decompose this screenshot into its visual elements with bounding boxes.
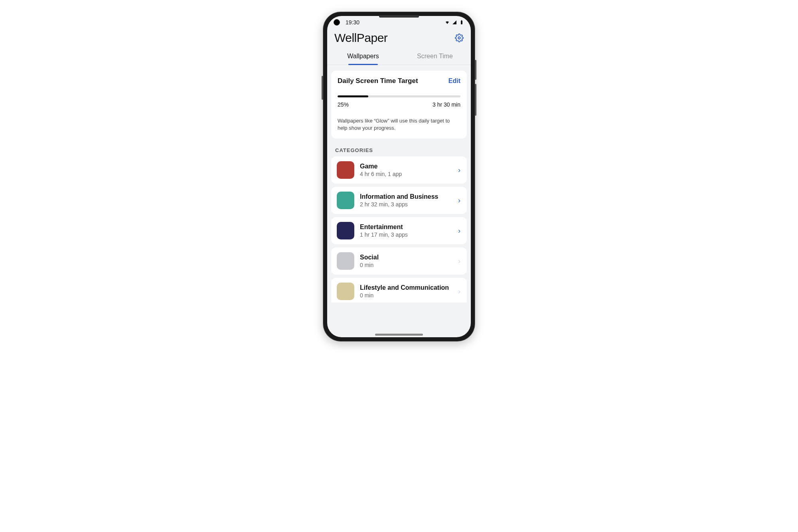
chevron-right-icon: ›	[457, 287, 461, 296]
category-color-swatch	[337, 283, 354, 300]
tab-label: Screen Time	[417, 53, 453, 59]
category-name: Entertainment	[360, 223, 457, 231]
category-subtext: 4 hr 6 min, 1 app	[360, 171, 457, 177]
category-name: Information and Business	[360, 193, 457, 200]
category-name: Game	[360, 163, 457, 170]
side-button	[475, 84, 476, 116]
category-subtext: 0 min	[360, 262, 457, 268]
svg-rect-1	[461, 20, 462, 21]
tab-label: Wallpapers	[347, 53, 379, 59]
camera-hole	[334, 19, 340, 26]
chevron-right-icon: ›	[457, 227, 461, 235]
gear-icon	[455, 34, 464, 42]
svg-rect-0	[461, 21, 462, 24]
cell-signal-icon	[452, 20, 457, 25]
categories-header: CATEGORIES	[335, 147, 463, 153]
tab-screen-time[interactable]: Screen Time	[399, 49, 471, 65]
category-subtext: 2 hr 32 min, 3 apps	[360, 201, 457, 208]
phone-frame: 19:30 WellPaper Wallpapers Screen Time	[323, 12, 475, 341]
category-row-lifestyle-communication[interactable]: Lifestyle and Communication 0 min ›	[331, 278, 467, 303]
daily-target-card: Daily Screen Time Target Edit 25% 3 hr 3…	[331, 71, 467, 138]
progress-duration-label: 3 hr 30 min	[433, 101, 460, 108]
content-scroll[interactable]: Daily Screen Time Target Edit 25% 3 hr 3…	[327, 65, 471, 337]
category-color-swatch	[337, 222, 354, 239]
edit-button[interactable]: Edit	[448, 77, 460, 85]
home-indicator[interactable]	[375, 334, 423, 336]
side-button	[322, 76, 323, 100]
category-name: Social	[360, 254, 457, 261]
category-row-information-business[interactable]: Information and Business 2 hr 32 min, 3 …	[331, 187, 467, 214]
category-row-social[interactable]: Social 0 min ›	[331, 247, 467, 275]
category-name: Lifestyle and Communication	[360, 284, 457, 291]
progress-fill	[338, 95, 368, 97]
category-row-game[interactable]: Game 4 hr 6 min, 1 app ›	[331, 156, 467, 184]
status-bar: 19:30	[327, 16, 471, 29]
app-header: WellPaper	[327, 29, 471, 45]
category-subtext: 1 hr 17 min, 3 apps	[360, 231, 457, 238]
chevron-right-icon: ›	[457, 166, 461, 174]
chevron-right-icon: ›	[457, 257, 461, 265]
app-title: WellPaper	[334, 31, 387, 45]
category-color-swatch	[337, 161, 354, 179]
chevron-right-icon: ›	[457, 196, 461, 205]
progress-bar	[338, 95, 460, 97]
category-color-swatch	[337, 192, 354, 209]
side-button	[475, 60, 476, 80]
tab-wallpapers[interactable]: Wallpapers	[327, 49, 399, 65]
category-color-swatch	[337, 252, 354, 270]
settings-button[interactable]	[455, 34, 464, 42]
wifi-icon	[444, 20, 450, 25]
daily-target-description: Wallpapers like “Glow” will use this dai…	[338, 117, 460, 131]
screen: 19:30 WellPaper Wallpapers Screen Time	[327, 16, 471, 337]
category-subtext: 0 min	[360, 292, 457, 299]
daily-target-title: Daily Screen Time Target	[338, 77, 418, 85]
battery-icon	[459, 20, 464, 25]
status-time: 19:30	[346, 19, 359, 26]
category-row-entertainment[interactable]: Entertainment 1 hr 17 min, 3 apps ›	[331, 217, 467, 244]
tab-bar: Wallpapers Screen Time	[327, 49, 471, 65]
svg-point-2	[458, 37, 460, 39]
progress-percent-label: 25%	[338, 101, 349, 108]
